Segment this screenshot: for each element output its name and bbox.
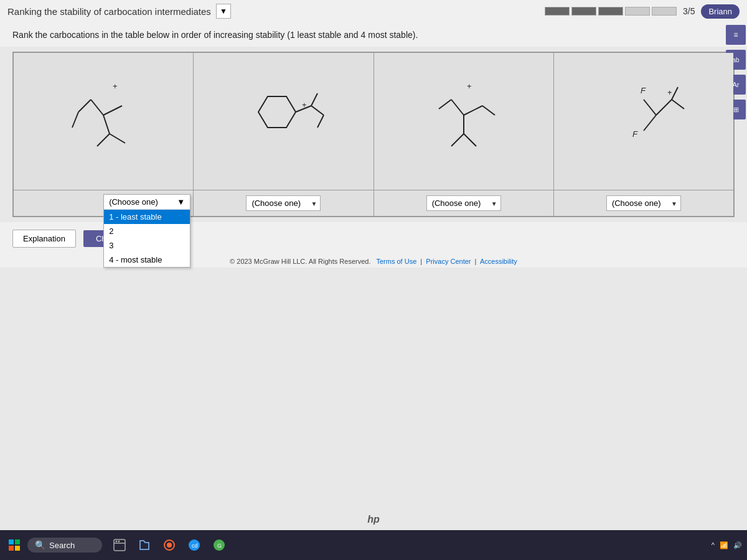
dropdown-1-option-1[interactable]: 1 - least stable <box>104 210 190 224</box>
progress-count: 3/5 <box>683 6 695 16</box>
sys-tray: ^ 📶 🔊 <box>712 541 742 549</box>
svg-line-13 <box>311 93 317 106</box>
svg-point-35 <box>167 543 172 548</box>
privacy-link[interactable]: Privacy Center <box>426 258 471 265</box>
molecule-cell-1: + <box>14 53 194 190</box>
wifi-icon[interactable]: 📶 <box>720 541 728 549</box>
sidebar-icon-1[interactable]: ≡ <box>726 25 746 45</box>
taskbar: 🔍 Search cd <box>0 530 747 560</box>
page-title: Ranking the stability of carbocation int… <box>7 6 211 17</box>
question-area: Rank the carbocations in the table below… <box>0 22 747 47</box>
svg-line-7 <box>110 134 125 143</box>
caret-up-icon[interactable]: ^ <box>712 541 715 549</box>
dropdown-1-option-2[interactable]: 2 <box>104 224 190 238</box>
molecule-cell-2: + <box>194 53 374 190</box>
accessibility-link[interactable]: Accessibility <box>480 258 517 265</box>
taskbar-right: ^ 📶 🔊 <box>712 541 742 549</box>
svg-text:F: F <box>641 86 646 95</box>
svg-line-4 <box>103 106 122 115</box>
dropdown-cell-2[interactable]: (Choose one) 1 - least stable 2 3 4 - mo… <box>194 190 374 216</box>
dropdown-3-select[interactable]: (Choose one) 1 - least stable 2 3 4 - mo… <box>426 195 501 211</box>
progress-seg-1 <box>545 7 570 16</box>
user-badge: Briann <box>701 4 740 19</box>
molecule-cell-3: + <box>374 53 554 190</box>
dropdown-cell-1[interactable]: (Choose one) ▼ 1 - least stable 2 3 4 - … <box>14 190 194 216</box>
dropdown-3-wrapper[interactable]: (Choose one) 1 - least stable 2 3 4 - mo… <box>426 195 501 211</box>
svg-line-6 <box>97 134 110 146</box>
svg-line-20 <box>451 134 464 146</box>
progress-area: 3/5 Briann <box>545 4 740 19</box>
logo-tl <box>9 539 14 544</box>
dropdown-1-header[interactable]: (Choose one) ▼ <box>104 195 190 210</box>
copyright-text: © 2023 McGraw Hill LLC. All Rights Reser… <box>230 258 370 265</box>
svg-line-26 <box>656 100 672 115</box>
logo-bl <box>9 546 14 551</box>
terms-link[interactable]: Terms of Use <box>376 258 416 265</box>
svg-text:+: + <box>467 82 472 91</box>
svg-line-1 <box>91 100 103 115</box>
svg-text:+: + <box>667 88 672 97</box>
top-bar: Ranking the stability of carbocation int… <box>0 0 747 22</box>
dropdown-1-option-4[interactable]: 4 - most stable <box>104 253 190 267</box>
molecules-table: + + <box>12 52 735 217</box>
volume-icon[interactable]: 🔊 <box>733 541 742 549</box>
start-button[interactable] <box>5 536 24 554</box>
svg-line-16 <box>439 100 451 109</box>
svg-line-5 <box>103 115 110 134</box>
dropdown-cell-3[interactable]: (Choose one) 1 - least stable 2 3 4 - mo… <box>374 190 554 216</box>
dropdown-1-open[interactable]: (Choose one) ▼ 1 - least stable 2 3 4 - … <box>103 194 190 268</box>
chevron-down-button[interactable]: ▼ <box>216 4 231 19</box>
svg-line-11 <box>311 106 324 115</box>
svg-text:+: + <box>113 82 118 91</box>
dropdown-2-wrapper[interactable]: (Choose one) 1 - least stable 2 3 4 - mo… <box>246 195 321 211</box>
dropdown-1-option-3[interactable]: 3 <box>104 238 190 253</box>
progress-seg-5 <box>652 7 677 16</box>
svg-text:F: F <box>632 129 638 139</box>
svg-text:G: G <box>217 543 222 549</box>
progress-bar <box>545 7 677 16</box>
dropdown-1-arrow: ▼ <box>177 197 185 207</box>
taskbar-icon-files[interactable] <box>133 534 156 556</box>
taskbar-search[interactable]: 🔍 Search <box>27 538 102 553</box>
taskbar-icon-browser[interactable] <box>108 534 131 556</box>
svg-line-27 <box>672 100 684 109</box>
molecule-cell-4: F F + <box>554 53 733 190</box>
svg-text:cd: cd <box>192 543 198 549</box>
svg-line-3 <box>72 112 78 128</box>
hp-logo: hp <box>367 514 380 525</box>
molecule-images-row: + + <box>14 53 733 190</box>
svg-point-33 <box>118 541 120 543</box>
title-area: Ranking the stability of carbocation int… <box>7 4 231 19</box>
explanation-button[interactable]: Explanation <box>12 230 76 248</box>
svg-line-2 <box>78 100 91 112</box>
progress-seg-2 <box>571 7 596 16</box>
dropdown-4-wrapper[interactable]: (Choose one) 1 - least stable 2 3 4 - mo… <box>606 195 681 211</box>
svg-point-32 <box>116 541 118 543</box>
dropdown-4-select[interactable]: (Choose one) 1 - least stable 2 3 4 - mo… <box>606 195 681 211</box>
logo-tr <box>15 539 20 544</box>
svg-line-29 <box>672 87 678 100</box>
question-text: Rank the carbocations in the table below… <box>12 29 735 42</box>
svg-line-12 <box>317 115 324 128</box>
dropdown-row: (Choose one) ▼ 1 - least stable 2 3 4 - … <box>14 190 733 216</box>
windows-logo <box>9 539 20 551</box>
search-label: Search <box>49 541 75 550</box>
taskbar-icon-app1[interactable] <box>158 534 181 556</box>
search-icon: 🔍 <box>35 540 45 550</box>
progress-seg-4 <box>625 7 650 16</box>
dropdown-2-select[interactable]: (Choose one) 1 - least stable 2 3 4 - mo… <box>246 195 321 211</box>
svg-line-17 <box>464 106 482 115</box>
progress-seg-3 <box>598 7 623 16</box>
svg-line-15 <box>451 100 464 115</box>
taskbar-icon-app3[interactable]: G <box>208 534 230 556</box>
taskbar-icon-app2[interactable]: cd <box>183 534 205 556</box>
dropdown-1-value: (Choose one) <box>109 197 158 207</box>
logo-br <box>15 546 20 551</box>
svg-marker-8 <box>258 96 296 128</box>
svg-line-21 <box>464 134 476 146</box>
svg-line-25 <box>644 100 656 115</box>
svg-line-18 <box>482 106 495 115</box>
svg-line-28 <box>644 115 656 131</box>
dropdown-cell-4[interactable]: (Choose one) 1 - least stable 2 3 4 - mo… <box>554 190 733 216</box>
taskbar-icons: cd G <box>108 534 230 556</box>
